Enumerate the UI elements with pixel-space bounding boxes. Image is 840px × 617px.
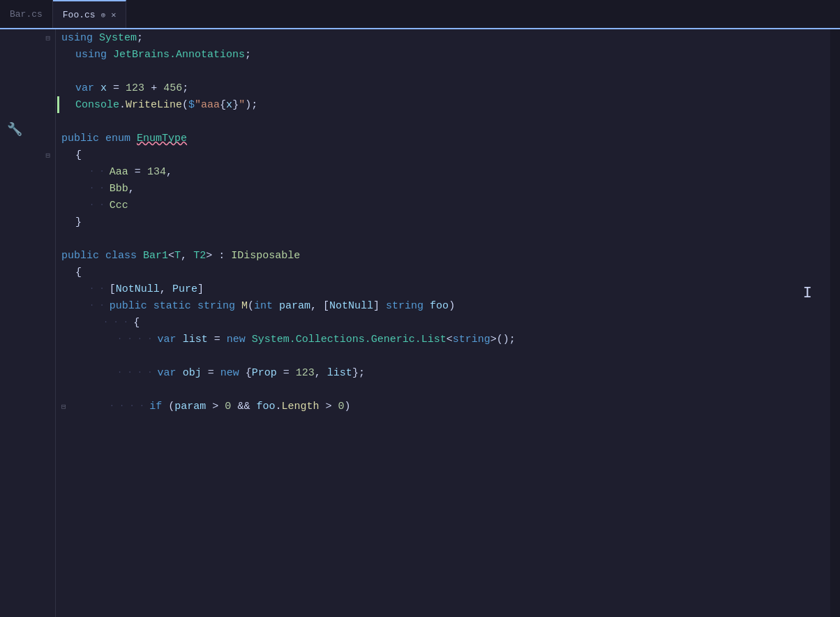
scrollbar[interactable]: [830, 29, 840, 617]
kw-var-1: var: [75, 82, 94, 94]
fold-btn-8[interactable]: ⊟: [45, 151, 50, 160]
dots-if: · · · ·: [110, 401, 150, 411]
kw-using-1: using: [61, 32, 93, 44]
attr-pure: Pure: [172, 283, 197, 295]
dots-1: · ·: [89, 167, 110, 177]
kw-static: static: [153, 300, 191, 312]
code-line-obj: · · · · var obj = new { Prop = 123 , lis…: [61, 364, 830, 381]
type-console: Console: [75, 99, 119, 111]
kw-using-2: using: [75, 49, 107, 61]
prop-length: Length: [281, 401, 319, 412]
kw-string-generic: string: [453, 334, 490, 345]
kw-new-1: new: [227, 334, 246, 345]
code-line-if: ⊟ · · · · if ( param > 0 && foo . Length…: [61, 398, 830, 415]
kw-enum: enum: [105, 133, 130, 144]
num-prop: 123: [296, 367, 315, 379]
code-line-attr: · · [ NotNull , Pure ]: [61, 281, 830, 297]
dots-3: · ·: [89, 200, 110, 210]
dots-method: · ·: [89, 301, 110, 311]
method-writeline: WriteLine: [126, 99, 182, 111]
green-bar-1: [57, 96, 59, 113]
code-line-2: using JetBrains.Annotations ;: [61, 46, 830, 63]
code-line-method-decl: ⊟ · · public static string M ( int param…: [61, 297, 830, 314]
code-line-1: using System ;: [61, 29, 830, 46]
kw-public-1: public: [61, 133, 99, 144]
code-line-empty-3: [61, 230, 830, 247]
code-line-empty-5: [61, 381, 830, 398]
line-13: [0, 230, 52, 247]
fold-btn-1[interactable]: ⊟: [45, 34, 50, 43]
param-param: param: [279, 300, 310, 312]
line-1: ⊟: [0, 29, 52, 46]
code-line-enum: public enum EnumType: [61, 130, 830, 147]
line-7: [0, 130, 52, 147]
kw-var-3: var: [158, 367, 177, 379]
dots-2: · ·: [89, 184, 110, 193]
line-6: [0, 113, 52, 130]
type-systemcollections: System.Collections.Generic.List: [252, 334, 447, 345]
line-3: [0, 63, 52, 80]
dots-brace: · · ·: [103, 318, 133, 327]
classname-bar1: Bar1: [143, 250, 168, 262]
code-line-class: public class Bar1 < T , T2 > : IDisposab…: [61, 247, 830, 264]
attr-notnull-2: NotNull: [329, 300, 373, 312]
enum-member-bbb: Bbb: [110, 183, 128, 195]
enum-member-aaa: Aaa: [110, 166, 128, 178]
varname-list: list: [183, 334, 208, 345]
code-line-var-x: var x = 123 + 456 ;: [61, 80, 830, 96]
type-T: T: [174, 250, 181, 262]
line-4: [0, 80, 52, 96]
line-8: ⊟: [0, 147, 52, 163]
dots-attr: · ·: [89, 284, 110, 294]
num-456: 456: [163, 82, 182, 94]
code-line-open-brace-2: {: [61, 264, 830, 281]
iface-idisposable: IDisposable: [231, 250, 300, 262]
gutter: 🔧 ⊟ ⊟: [0, 29, 56, 617]
close-icon[interactable]: ✕: [111, 10, 116, 20]
line-11: [0, 197, 52, 214]
kw-int: int: [254, 300, 273, 312]
kw-class: class: [105, 250, 137, 262]
type-system: System: [99, 32, 137, 44]
method-m: M: [241, 300, 248, 312]
fold-btn-if[interactable]: ⊟: [61, 402, 66, 411]
code-line-open-brace-1: {: [61, 147, 830, 163]
dots-list: · · · ·: [117, 334, 158, 344]
attr-notnull: NotNull: [116, 283, 160, 295]
editor-area: 🔧 ⊟ ⊟ using S: [0, 29, 840, 617]
kw-string-param: string: [386, 300, 423, 312]
kw-if: if: [149, 401, 162, 412]
code-line-aaa: · · Aaa = 134 ,: [61, 163, 830, 180]
tab-bar-cs-label: Bar.cs: [10, 9, 43, 20]
code-line-empty-4: [61, 348, 830, 364]
tab-bar: Bar.cs Foo.cs ⊕ ✕: [0, 0, 840, 29]
line-5: [0, 96, 52, 113]
dots-obj: · · · ·: [117, 368, 158, 378]
prop-name: Prop: [252, 367, 277, 379]
enum-name: EnumType: [137, 133, 187, 144]
type-jetbrains: JetBrains.Annotations: [113, 49, 245, 61]
line-2: [0, 46, 52, 63]
tab-foo-cs[interactable]: Foo.cs ⊕ ✕: [53, 0, 127, 28]
varname-list-ref: list: [327, 367, 352, 379]
code-line-close-brace-1: }: [61, 214, 830, 230]
code-line-empty-2: [61, 113, 830, 130]
line-10: [0, 180, 52, 197]
param-foo: foo: [430, 300, 449, 312]
kw-string-return: string: [197, 300, 235, 312]
kw-var-2: var: [158, 334, 177, 345]
string-val: "aaa: [195, 99, 220, 111]
code-line-open-brace-3: · · · {: [61, 314, 830, 331]
kw-new-2: new: [220, 367, 239, 379]
kw-public-3: public: [110, 300, 147, 312]
tab-foo-cs-label: Foo.cs: [63, 10, 96, 20]
code-line-writeline: Console . WriteLine ( $ "aaa { x } " );: [61, 96, 830, 113]
line-9: [0, 163, 52, 180]
num-123: 123: [126, 82, 144, 94]
code-line-bbb: · · Bbb ,: [61, 180, 830, 197]
code-line-empty-1: [61, 63, 830, 80]
code-editor[interactable]: using System ; using JetBrains.Annotatio…: [56, 29, 830, 617]
app-root: Bar.cs Foo.cs ⊕ ✕ 🔧 ⊟ ⊟: [0, 0, 840, 617]
tab-bar-cs[interactable]: Bar.cs: [0, 0, 53, 28]
if-param: param: [174, 401, 206, 412]
